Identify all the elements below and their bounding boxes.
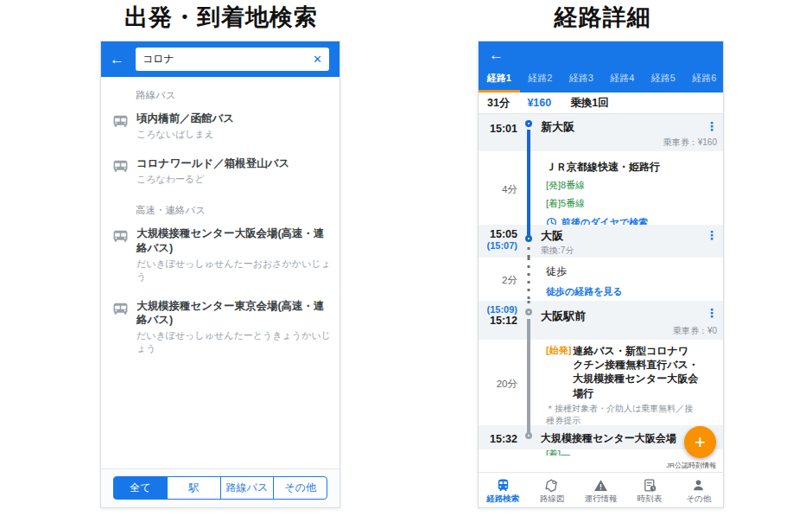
nav-route-map[interactable]: 路線図 <box>528 473 577 507</box>
timeline-marker <box>520 301 537 340</box>
tab-route-6[interactable]: 経路6 <box>684 69 725 92</box>
result-item-osaka-venue[interactable]: 大規模接種センター大阪会場(高速・連絡バス) だいきぼせっしゅせんたーおおさかか… <box>101 219 339 291</box>
group-header-local-bus: 路線バス <box>101 79 339 104</box>
result-title: コロナワールド／箱根登山バス <box>136 156 289 171</box>
arrival-platform: [着]5番線 <box>546 197 697 210</box>
nav-timetable[interactable]: 時刻表 <box>625 473 675 507</box>
filter-all[interactable]: 全て <box>113 476 168 500</box>
data-source-note: JR公認時刻情報 <box>479 455 723 472</box>
group-header-highway-bus: 高速・連絡バス <box>101 194 339 219</box>
timeline-marker <box>520 114 537 151</box>
nav-label: 路線図 <box>540 494 565 505</box>
search-input[interactable] <box>143 54 308 66</box>
station-time: 15:01 <box>479 114 520 151</box>
station-dot <box>525 432 532 439</box>
kebab-menu-icon[interactable]: ⋮ <box>706 225 718 241</box>
segment-duration: 4分 <box>479 181 520 196</box>
tab-route-4[interactable]: 経路4 <box>602 69 644 92</box>
route-tabs: 経路1 経路2 経路3 経路4 経路5 経路6 <box>479 69 723 92</box>
transfer-note: 乗換:7分 <box>541 245 701 257</box>
nav-route-search[interactable]: 経路検索 <box>479 473 528 507</box>
route-detail-screen: ← 経路1 経路2 経路3 経路4 経路5 経路6 31分 ¥160 乗換1回 … <box>478 41 724 508</box>
station-dot <box>525 309 532 315</box>
tab-route-1[interactable]: 経路1 <box>479 69 520 92</box>
station-row-osaka-ekimae: (15:09) 15:12 大阪駅前 ⋮ 乗車券：¥0 <box>479 301 723 340</box>
station-time: (15:09) 15:12 <box>479 301 520 340</box>
route-header: ← 経路1 経路2 経路3 経路4 経路5 経路6 <box>479 41 723 92</box>
station-dot <box>525 120 532 127</box>
right-screen-title: 経路詳細 <box>479 2 726 33</box>
search-screen: ← ✕ 路線バス 頃内橋前／函館バス ころないばしまえ <box>100 41 340 508</box>
timeline-line <box>520 151 537 225</box>
train-line-name: ＪＲ京都線快速・姫路行 <box>546 160 697 174</box>
nav-label: その他 <box>686 494 711 505</box>
plus-icon: + <box>695 431 706 454</box>
tab-route-2[interactable]: 経路2 <box>520 69 561 92</box>
walk-route-link[interactable]: 徒歩の経路を見る <box>546 285 697 298</box>
kebab-menu-icon[interactable]: ⋮ <box>706 301 718 319</box>
station-name: 大阪 <box>541 228 701 244</box>
bus-fare-note: ＊接種対象者・介助人は乗車無料／接種券提示 <box>546 403 699 427</box>
station-time: 15:05 (15:07) <box>479 225 520 258</box>
result-text: 大規模接種センター大阪会場(高速・連絡バス) だいきぼせっしゅせんたーおおさかか… <box>136 226 331 283</box>
timeline-line-bus <box>520 340 537 425</box>
route-summary: 31分 ¥160 乗換1回 <box>479 92 723 114</box>
tab-route-5[interactable]: 経路5 <box>643 69 684 92</box>
result-text: 頃内橋前／函館バス ころないばしまえ <box>136 111 234 141</box>
result-title: 大規模接種センター大阪会場(高速・連絡バス) <box>136 226 331 256</box>
warning-icon <box>593 478 608 493</box>
summary-transfers: 乗換1回 <box>570 96 608 111</box>
add-fab-button[interactable]: + <box>684 426 716 458</box>
station-row-osaka: 15:05 (15:07) 大阪 乗換:7分 ⋮ <box>479 225 723 258</box>
selected-tab-underline <box>479 90 520 92</box>
first-departure-tag: [始発] <box>546 344 571 357</box>
segment-duration: 20分 <box>479 375 520 391</box>
bus-icon <box>112 114 129 128</box>
segment-duration: 2分 <box>479 271 520 287</box>
bus-icon <box>112 229 129 243</box>
segment-walk: 2分 徒歩 徒歩の経路を見る <box>479 258 723 301</box>
departure-platform: [発]8番線 <box>546 179 697 192</box>
result-title: 大規模接種センター東京会場(高速・連絡バス) <box>136 299 331 328</box>
route-timeline: 15:01 新大阪 ⋮ 乗車券：¥160 4分 <box>479 114 723 455</box>
bottom-navigation: 経路検索 路線図 運行情報 <box>479 472 723 507</box>
search-results: 路線バス 頃内橋前／函館バス ころないばしまえ コロナワールド／箱根登山バス こ… <box>101 77 339 468</box>
result-kana: ころなわーるど <box>136 173 289 186</box>
result-kana: だいきぼせっしゅせんたーおおさかかいじょう <box>136 258 331 283</box>
filter-bus[interactable]: 路線バス <box>220 476 275 500</box>
search-header: ← ✕ <box>101 41 339 77</box>
nav-service-status[interactable]: 運行情報 <box>576 473 625 507</box>
timeline-marker <box>520 425 537 449</box>
result-item-tokyo-venue[interactable]: 大規模接種センター東京会場(高速・連絡バス) だいきぼせっしゅせんたーとうきょう… <box>101 291 339 364</box>
nav-other[interactable]: その他 <box>674 473 723 507</box>
filter-segmented-control: 全て 駅 路線バス その他 <box>113 476 327 500</box>
map-icon <box>544 478 559 493</box>
result-kana: ころないばしまえ <box>136 128 234 141</box>
station-name: 大阪駅前 <box>541 309 701 324</box>
kebab-menu-icon[interactable]: ⋮ <box>706 114 718 132</box>
result-item-koronai[interactable]: 頃内橋前／函館バス ころないばしまえ <box>101 104 339 149</box>
bus-icon <box>112 159 129 173</box>
station-dot <box>525 235 532 242</box>
result-text: 大規模接種センター東京会場(高速・連絡バス) だいきぼせっしゅせんたーとうきょう… <box>136 299 331 356</box>
station-time: 15:32 <box>479 425 520 449</box>
summary-duration: 31分 <box>487 96 510 111</box>
segment-train: 4分 ＪＲ京都線快速・姫路行 [発]8番線 [着]5番線 前後のダイヤで検索 <box>479 151 723 225</box>
filter-other[interactable]: その他 <box>273 476 327 500</box>
bus-line-name: 連絡バス・新型コロナワクチン接種無料直行バス・大規模接種センター大阪会場行 <box>573 344 699 400</box>
back-icon[interactable]: ← <box>110 51 129 68</box>
person-icon <box>691 478 706 493</box>
back-icon[interactable]: ← <box>489 47 508 64</box>
nav-label: 運行情報 <box>584 494 617 505</box>
result-kana: だいきぼせっしゅせんたーとうきょうかいじょう <box>136 329 331 355</box>
timeline-line-walk <box>520 258 537 301</box>
result-item-corona-world[interactable]: コロナワールド／箱根登山バス ころなわーるど <box>101 149 339 194</box>
fare-note: 乗車券：¥0 <box>673 325 717 337</box>
filter-station[interactable]: 駅 <box>167 476 221 500</box>
search-input-box[interactable]: ✕ <box>136 48 329 71</box>
bus-icon <box>112 302 129 315</box>
timetable-icon <box>643 478 657 493</box>
tab-route-3[interactable]: 経路3 <box>561 69 602 92</box>
clear-icon[interactable]: ✕ <box>308 53 322 66</box>
nav-label: 時刻表 <box>638 494 663 505</box>
